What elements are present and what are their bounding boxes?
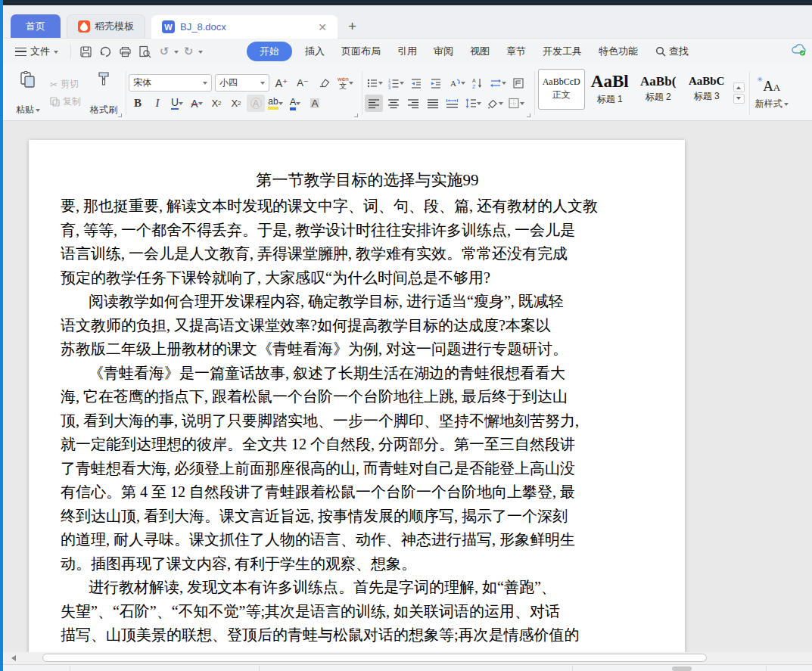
style-sample: AaBl (591, 73, 629, 91)
cloud-sync-icon[interactable] (791, 43, 807, 57)
menu-item-7[interactable]: 开发工具 (534, 42, 590, 61)
print-button[interactable] (115, 42, 135, 61)
paragraph-group: 123 (365, 67, 532, 119)
shrink-font-button[interactable]: A⁻ (294, 74, 312, 92)
bold-button[interactable]: B (129, 95, 147, 112)
menu-item-3[interactable]: 引用 (389, 42, 425, 61)
strikethrough-button[interactable]: A (188, 95, 206, 112)
status-bar-control[interactable] (672, 666, 692, 671)
redo-button[interactable]: ↻ (179, 42, 198, 61)
superscript-button[interactable]: X2 (207, 95, 226, 112)
text-highlight-button[interactable]: ab (266, 95, 285, 112)
horizontal-scrollbar-thumb[interactable] (42, 654, 707, 662)
document-workspace: 第一节教学目标的选择与实施99 要, 那也挺重要, 解读文本时发现的课文中字、词… (3, 121, 812, 671)
format-painter-button[interactable]: 格式刷 (84, 67, 123, 119)
docer-templates-tab[interactable]: 稻壳模板 (67, 14, 145, 38)
style-item-0[interactable]: AaBbCcD正文 (538, 69, 585, 110)
document-line-12: 有信心。第 4 至 12 自然段讲了青蛙跟着松鼠一个台阶一个台阶地向上攀登, 最 (61, 480, 674, 505)
undo-button[interactable]: ↺ (154, 42, 174, 61)
borders-button[interactable] (506, 95, 526, 112)
find-button[interactable]: 查找 (655, 45, 689, 58)
paste-button[interactable]: 粘贴 (9, 67, 47, 119)
style-item-1[interactable]: AaBl标题 1 (586, 69, 633, 110)
enclosed-character-button[interactable]: A (247, 95, 265, 112)
paragraph-layout-button[interactable] (509, 74, 527, 92)
document-page[interactable]: 第一节教学目标的选择与实施99 要, 那也挺重要, 解读文本时发现的课文中字、词… (29, 140, 685, 671)
docer-icon (78, 20, 90, 33)
bullet-list-button[interactable] (365, 74, 384, 92)
clear-format-button[interactable] (315, 74, 333, 92)
hamburger-icon (15, 48, 26, 56)
align-left-button[interactable] (365, 95, 383, 112)
clipboard-dialog-launcher[interactable] (118, 113, 122, 117)
shading-fill-button[interactable] (484, 95, 505, 112)
home-tab[interactable]: 首页 (11, 14, 61, 38)
line-spacing-button[interactable] (463, 95, 483, 112)
menu-item-8[interactable]: 特色功能 (590, 42, 646, 61)
styles-gallery: AaBbCcD正文AaBl标题 1AaBb(标题 2AaBbC标题 3 (537, 67, 731, 119)
align-center-icon (387, 98, 400, 109)
document-line-5: 语文教师的负担, 又提高语文课堂效率?如何提高教学目标的达成度?本案以 (61, 314, 674, 338)
ribbon-toolbar: 粘贴 ✂ 剪切 复制 格式刷 (3, 64, 812, 121)
document-line-8: 海, 它在苍鹰的指点下, 跟着松鼠一个台阶一个台阶地往上跳, 最后终于到达山 (61, 385, 674, 409)
docer-tab-label: 稻壳模板 (95, 20, 134, 33)
styles-scroll-up-button[interactable] (733, 82, 745, 92)
paste-dropdown-icon (36, 109, 40, 114)
save-button[interactable] (76, 42, 95, 61)
menu-item-4[interactable]: 审阅 (425, 42, 462, 61)
align-right-button[interactable] (404, 95, 422, 112)
new-tab-button[interactable]: + (348, 19, 356, 33)
align-center-button[interactable] (384, 95, 403, 112)
document-tab-label: BJ_8.docx (180, 21, 226, 33)
scissors-icon: ✂ (50, 79, 58, 90)
distribute-icon (446, 98, 459, 109)
justify-button[interactable] (424, 95, 442, 112)
sort-button[interactable]: A Z (468, 74, 487, 92)
numbered-list-button[interactable]: 123 (386, 74, 406, 92)
cut-button[interactable]: ✂ 剪切 (50, 78, 81, 91)
pinyin-guide-button[interactable]: wén 文 (336, 74, 355, 92)
file-menu-button[interactable]: 文件 (3, 45, 66, 58)
close-tab-icon[interactable]: ✕ (318, 21, 327, 33)
menu-item-0[interactable]: 开始 (247, 42, 292, 61)
paragraph-dialog-launcher[interactable] (527, 113, 530, 117)
show-paragraph-marks-button[interactable] (488, 74, 508, 92)
decrease-indent-button[interactable] (407, 74, 425, 92)
subscript-button[interactable]: X2 (227, 95, 245, 112)
text-direction-button[interactable]: A (446, 74, 467, 92)
font-size-select[interactable]: 小四 (215, 74, 269, 92)
scroll-left-arrow-icon[interactable] (8, 655, 16, 661)
more-commands-icon[interactable] (198, 51, 203, 56)
copy-button[interactable]: 复制 (50, 95, 81, 108)
italic-button[interactable]: I (148, 95, 166, 112)
menu-item-1[interactable]: 插入 (297, 42, 333, 61)
style-item-2[interactable]: AaBb(标题 2 (635, 69, 682, 110)
distribute-button[interactable] (443, 95, 462, 112)
new-style-button[interactable]: ✳ AA 新样式 (755, 67, 789, 119)
style-item-3[interactable]: AaBbC标题 3 (683, 69, 730, 110)
document-line-14: 的道理, 耐人寻味。课文抓住了人物的语言、动作、神态进行描写, 形象鲜明生 (61, 528, 674, 552)
font-color-button[interactable]: A (286, 95, 304, 112)
font-dialog-launcher[interactable] (354, 113, 358, 117)
underline-button[interactable]: U (168, 95, 186, 112)
menu-item-5[interactable]: 视图 (462, 42, 498, 61)
character-shading-button[interactable]: A (306, 95, 324, 112)
increase-indent-button[interactable] (427, 74, 445, 92)
horizontal-scrollbar[interactable] (3, 652, 812, 664)
window-top-edge (0, 0, 812, 5)
document-line-2: 语言训练, 一会儿是人文教育, 弄得课堂臃肿, 教学难有实效。常常还没有完成 (61, 242, 674, 266)
menu-item-6[interactable]: 章节 (498, 42, 534, 61)
paste-label: 粘贴 (16, 104, 34, 116)
divider (362, 71, 362, 115)
print-preview-button[interactable] (135, 42, 154, 61)
document-tab[interactable]: W BJ_8.docx ✕ (151, 15, 338, 39)
svg-text:Z: Z (472, 84, 476, 89)
menu-item-2[interactable]: 页面布局 (333, 42, 389, 61)
export-pdf-button[interactable] (95, 42, 115, 61)
document-body: 要, 那也挺重要, 解读文本时发现的课文中字、词、句、段、篇, 还有教材的人文教… (61, 194, 674, 648)
font-name-select[interactable]: 宋体 (129, 74, 212, 92)
grow-font-button[interactable]: A⁺ (272, 74, 291, 92)
styles-scroll-down-button[interactable] (733, 94, 745, 104)
document-line-4: 阅读教学如何合理开发课程内容, 确定教学目标, 进行适当“瘦身”, 既减轻 (61, 290, 674, 314)
chevron-down-icon (198, 102, 203, 107)
